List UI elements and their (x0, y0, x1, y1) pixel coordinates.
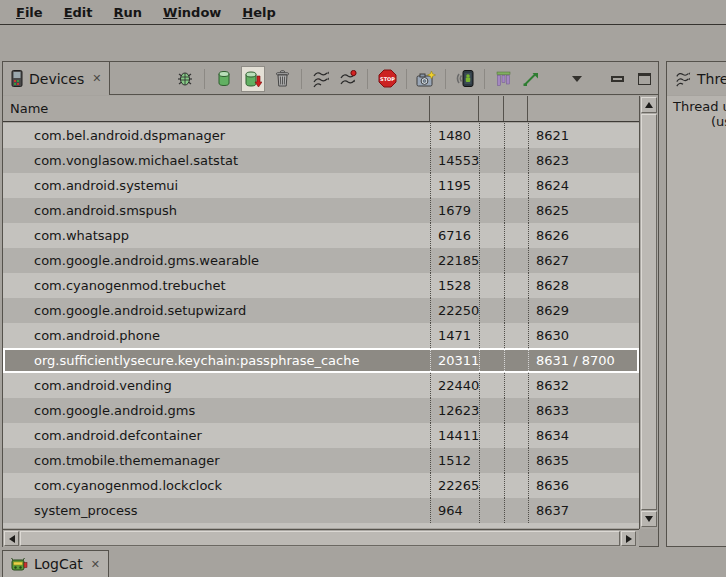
port-cell: 8632 (528, 373, 639, 398)
status-cell (479, 398, 504, 423)
status-cell (479, 423, 504, 448)
cause-gc-button[interactable] (272, 68, 292, 90)
pid-cell: 1195 (430, 173, 479, 198)
status-cell (479, 473, 504, 498)
status-column-header[interactable] (479, 96, 504, 121)
device-process-row[interactable]: com.google.android.gms126238633 (3, 398, 639, 423)
update-threads-button[interactable] (311, 68, 331, 90)
process-name-cell: com.bel.android.dspmanager (3, 123, 430, 148)
scroll-down-button[interactable] (641, 511, 657, 527)
port-column-header[interactable] (528, 96, 639, 121)
toolbar-separator (406, 69, 407, 89)
horizontal-scrollbar[interactable] (3, 529, 639, 547)
device-process-row[interactable]: com.vonglasow.michael.satstat145538623 (3, 148, 639, 173)
device-process-row[interactable]: system_process9648637 (3, 498, 639, 523)
dump-view-hierarchy-icon (495, 71, 513, 87)
scroll-up-button[interactable] (641, 97, 657, 113)
scroll-left-button[interactable] (4, 531, 19, 546)
tab-logcat-close-icon[interactable]: ✕ (89, 558, 100, 571)
device-process-row[interactable]: com.tmobile.thememanager15128635 (3, 448, 639, 473)
update-heap-button[interactable] (214, 68, 234, 90)
vertical-scrollbar-thumb[interactable] (641, 114, 657, 510)
arrow-left-icon (9, 535, 15, 543)
update-threads-icon (312, 70, 330, 88)
pid-cell: 1480 (430, 123, 479, 148)
pid-column-header[interactable] (430, 96, 479, 121)
menu-item-edit[interactable]: Edit (57, 3, 100, 22)
pid-cell: 1471 (430, 323, 479, 348)
debug-process-button[interactable] (175, 68, 195, 90)
tab-devices[interactable]: Devices ✕ (3, 62, 110, 95)
scroll-right-button[interactable] (621, 531, 636, 546)
process-name-cell: com.android.phone (3, 323, 430, 348)
device-process-row[interactable]: com.cyanogenmod.trebuchet15288628 (3, 273, 639, 298)
menu-item-run[interactable]: Run (107, 3, 150, 22)
pid-cell: 964 (430, 498, 479, 523)
pid-cell: 12623 (430, 398, 479, 423)
device-process-row[interactable]: com.android.defcontainer144118634 (3, 423, 639, 448)
pid-cell: 22440 (430, 373, 479, 398)
devices-tabbar: Devices ✕ (3, 62, 658, 95)
stop-process-icon: STOP (378, 69, 397, 88)
tab-logcat[interactable]: LogCat ✕ (2, 550, 109, 577)
port-cell: 8624 (528, 173, 639, 198)
device-process-row[interactable]: com.whatsapp67168626 (3, 223, 639, 248)
device-process-row[interactable]: com.cyanogenmod.lockclock222658636 (3, 473, 639, 498)
device-process-row[interactable]: com.google.android.setupwizard222508629 (3, 298, 639, 323)
threads-message-line2: (use toolbar button to enable) (667, 114, 726, 129)
screen-record-button[interactable] (455, 68, 475, 90)
capture-systrace-button[interactable] (521, 68, 541, 90)
pid-cell: 22250 (430, 298, 479, 323)
name-column-header[interactable]: Name (3, 96, 430, 121)
maximize-button[interactable] (634, 68, 654, 90)
tab-threads[interactable]: Threads ✕ (667, 62, 726, 95)
dump-view-hierarchy-button[interactable] (494, 68, 514, 90)
device-process-row[interactable]: com.android.smspush16798625 (3, 198, 639, 223)
status-cell (479, 123, 504, 148)
logcat-icon (11, 557, 28, 572)
threads-view: Threads ✕ Thread updates not enabled for… (666, 61, 726, 547)
port-cell: 8633 (528, 398, 639, 423)
toolbar-separator (204, 69, 205, 89)
menu-item-file[interactable]: File (9, 3, 50, 22)
device-process-row[interactable]: com.android.vending224408632 (3, 373, 639, 398)
device-process-row[interactable]: com.android.phone14718630 (3, 323, 639, 348)
menu-item-help[interactable]: Help (235, 3, 282, 22)
device-process-row[interactable]: com.google.android.gms.wearable221858627 (3, 248, 639, 273)
port-cell: 8637 (528, 498, 639, 523)
pid-cell: 1679 (430, 198, 479, 223)
tab-devices-label: Devices (29, 71, 84, 87)
toolbar-separator (367, 69, 368, 89)
pid-cell: 20311 (430, 348, 479, 373)
screen-capture-button[interactable] (416, 68, 436, 90)
start-method-profiling-button[interactable] (338, 68, 358, 90)
status-cell (479, 273, 504, 298)
dump-hprof-button[interactable] (241, 66, 265, 92)
maximize-icon (638, 73, 651, 85)
stop-process-button[interactable]: STOP (377, 68, 397, 90)
view-menu-chevron-icon (572, 76, 582, 82)
status-cell (504, 123, 528, 148)
menu-item-window[interactable]: Window (156, 3, 228, 22)
device-process-row[interactable]: com.bel.android.dspmanager14808621 (3, 123, 639, 148)
port-cell: 8623 (528, 148, 639, 173)
minimize-button[interactable] (607, 68, 627, 90)
vertical-scrollbar[interactable] (639, 96, 658, 529)
status-cell (504, 473, 528, 498)
process-name-cell: com.cyanogenmod.lockclock (3, 473, 430, 498)
device-process-row[interactable]: com.android.systemui11958624 (3, 173, 639, 198)
view-menu-button[interactable] (567, 68, 587, 90)
status-cell (504, 198, 528, 223)
tab-devices-close-icon[interactable]: ✕ (90, 72, 101, 85)
status-cell (479, 173, 504, 198)
toolbar-separator (301, 69, 302, 89)
horizontal-scrollbar-thumb[interactable] (20, 531, 620, 546)
tab-threads-label: Threads (697, 71, 726, 87)
svg-text:STOP: STOP (380, 76, 395, 82)
device-process-row[interactable]: org.sufficientlysecure.keychain:passphra… (3, 348, 639, 373)
devices-view: Devices ✕ (2, 61, 659, 547)
status-column-header[interactable] (504, 96, 528, 121)
status-cell (479, 248, 504, 273)
dump-hprof-icon (244, 70, 262, 88)
status-cell (504, 273, 528, 298)
